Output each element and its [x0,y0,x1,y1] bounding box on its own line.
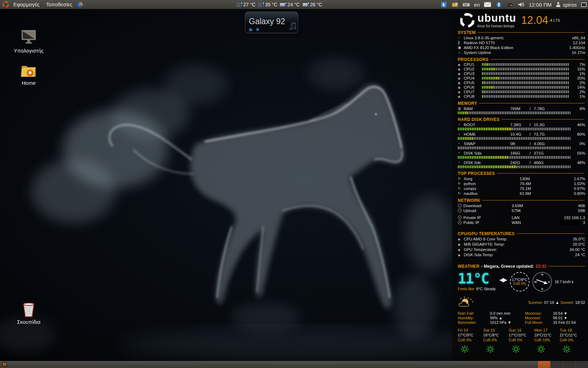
temperature-row: ◈GPU Temperature:34.00 °C [458,247,585,252]
trend-diamonds-icon: ◀▶ [499,276,506,284]
diamond-icon: ◈ [458,243,464,246]
disk-icon [280,3,285,7]
disk-row: ◔ROOT7.38G/15.3G46% [458,122,585,127]
distro-tagline: linux for human beings [477,24,516,28]
mouse-tray-icon[interactable] [506,1,513,8]
play-button[interactable]: ▶ [250,27,253,32]
workspace-4[interactable] [575,361,588,368]
night-cloud-icon: ★★★★★ [458,297,474,308]
remote-cursor-icon[interactable] [440,1,447,8]
section-title: MEMORY [458,101,477,106]
temperature-row: ◈CPU AMD 8 Core Temp:35.0°C [458,237,585,242]
diamond-icon: ◈ [458,248,464,252]
distro-version: 12.04 [521,15,548,26]
cpu-usage-bar [482,72,569,75]
distro-version-suffix: .4 LTS [549,18,560,22]
distro-name: ubuntu [477,13,516,23]
menu-places[interactable]: Τοποθεσίες [44,1,75,8]
mail-icon[interactable] [484,1,491,8]
section-weather: WEATHER - Megara, Greece updated: 23:33 … [458,264,585,354]
sun-icon [537,345,545,353]
disk-usage-icon: ◔ [458,161,464,164]
sun-icon [512,345,520,353]
wind-speed: 18.7 km/h k [555,280,574,284]
stop-button[interactable]: ■ [256,27,259,32]
display-settings-icon[interactable] [581,2,587,7]
cpu-core-row: ◈CPU17% [458,62,585,67]
desktop-icon-computer[interactable]: Υπολογιστής [8,29,50,54]
network-plus-icon: + [458,220,462,224]
disk-temp-sensor[interactable]: 24 °C [280,2,300,7]
cpu-chip-icon [258,2,263,7]
top-panel: Εφαρμογές Τοποθεσίες 27 °C 35 °C 24 °C 2… [0,0,588,9]
cpu-usage-bar [482,77,569,80]
user-menu[interactable]: spiros [556,2,577,8]
process-row: ↻Xorg130M1.67% [458,176,585,181]
desktop-icon-label: Υπολογιστής [8,48,50,54]
ubuntu-circle-of-friends-logo [460,13,475,28]
keyboard-icon[interactable] [463,1,470,8]
temperature-row: ◈M/B GIGABYTE Temp:20.0°C [458,242,585,247]
clock[interactable]: 12:00 ΠΜ [529,2,552,8]
desktop-screen: Εφαρμογές Τοποθεσίες 27 °C 35 °C 24 °C 2… [0,0,588,368]
menu-applications[interactable]: Εφαρμογές [11,1,42,8]
desktop-icon-trash[interactable]: Σκουπίδια [8,302,50,325]
bluetooth-icon[interactable] [495,1,502,8]
hi-lo-gauge: 17°C/9°C CoR 0% [510,272,530,292]
disk-icon [302,3,308,7]
process-icon: ↻ [458,177,464,180]
user-icon [556,2,561,7]
cpu-icon: ▣ [458,46,464,49]
volume-icon[interactable] [518,1,525,8]
public-ip-row: +Public IPWAN3 [458,220,585,225]
sensor-applets: 27 °C 35 °C 24 °C 26 °C [236,0,322,9]
cpu-core-row: ◈CPU215% [458,67,585,71]
keyboard-layout-indicator[interactable]: en [474,2,480,8]
weather-current: 11°C Feels like: 8°C Steady ◀▶ 17°C/9°C … [458,272,585,294]
disk-usage-bar [458,127,585,131]
browser-globe-icon[interactable] [77,1,84,8]
radio-widget[interactable]: Galaxy 92 ♫ ▶ ■ [245,12,298,33]
weather-updated-time: 23:33 [536,264,547,269]
linux-icon: ∴ [458,36,464,40]
show-desktop-icon [2,362,7,367]
temperature-row: ◈DISK Sda Temp:24 °C [458,252,585,258]
forecast-day: Fri 14 17°C/9°C CoR 0% [458,328,483,354]
diamond-icon: ◈ [458,67,464,71]
workspace-2[interactable] [550,361,563,368]
ubuntu-logo-icon[interactable] [2,1,9,8]
workspace-1[interactable] [538,361,550,368]
desktop-icon-home[interactable]: Home [8,63,50,86]
cpu-core-row: ◈CPU72% [458,90,585,94]
forecast-day: Mon 17 19°C/11°C CoR 10% [534,328,560,354]
recent-files-icon[interactable] [451,1,458,8]
uptime-icon: ☼ [458,50,464,54]
section-title: NETWORK [458,198,480,203]
workspace-switcher [538,361,588,368]
disk-temp-sensor[interactable]: 26 °C [302,2,322,7]
disk-usage-icon: ◔ [458,132,464,136]
process-icon: ↻ [458,191,464,195]
cpu-core-row: ◈CPU52% [458,81,585,85]
section-title: TOP PROCESSES [458,171,495,176]
thermometer-icon [285,2,287,7]
redacted-ip [559,221,582,225]
gpu-icon: ][ [458,41,464,45]
disk-row: ◔HOME10.4G/73.7G80% [458,132,585,137]
forecast-day: Sat 15 16°C/8°C CoR 0% [483,328,509,354]
trash-icon [21,302,37,318]
cpu-usage-bar [482,90,569,93]
cpu-temp-sensor[interactable]: 35 °C [258,2,277,7]
workspace-3[interactable] [563,361,575,368]
disk-usage-icon: ◔ [458,151,464,155]
section-network: NETWORK ↓Download3.69M46B ↑Upload579K59B… [458,198,585,225]
disk-usage-icon: ◔ [458,123,464,127]
conky-brand: ubuntu linux for human beings 12.04 .4 L… [460,13,585,28]
cpu-usage-bar [482,63,569,66]
section-title: SYSTEM [458,30,476,35]
cpu-usage-bar [482,95,569,98]
desktop-icon-label: Home [8,80,50,86]
show-desktop-button[interactable] [0,361,9,368]
cpu-temp-sensor[interactable]: 27 °C [236,2,255,7]
ram-usage-bar [458,111,585,115]
